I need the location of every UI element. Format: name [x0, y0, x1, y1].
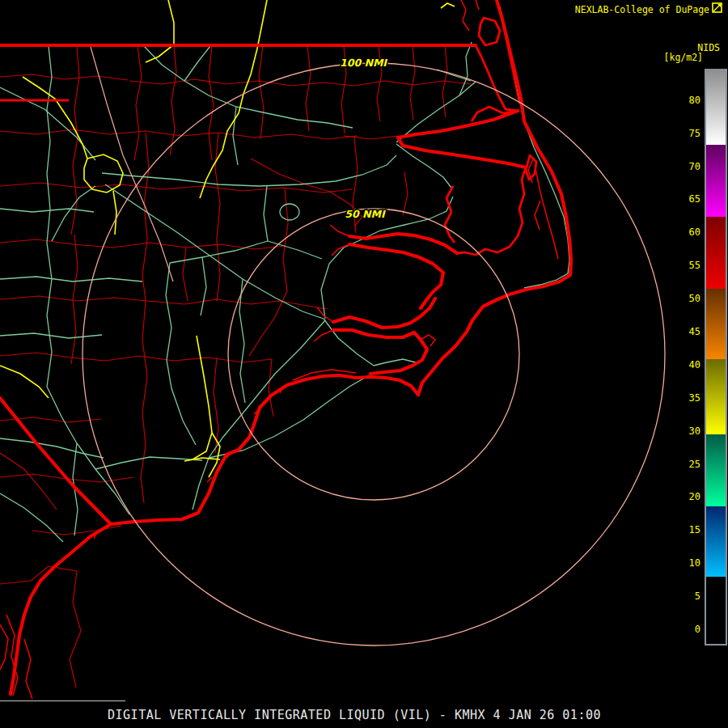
state-borders-and-coastline [0, 0, 571, 694]
roanoke-island [526, 155, 536, 180]
shoreline-detail [0, 0, 558, 699]
range-rings: 100 NMI 50 NMI [83, 57, 665, 645]
pamlico-river-north-shore [349, 234, 457, 253]
nc-sc-border [0, 398, 111, 524]
neuse-river-north-shore [333, 298, 435, 328]
radar-map-canvas[interactable]: 100 NMI 50 NMI [0, 0, 728, 728]
range-ring-100nmi [83, 63, 665, 645]
color-scale-bar [705, 69, 727, 645]
color-scale-tick: 55 [668, 260, 700, 271]
range-ring-label-50nmi: 50 NMI [345, 208, 386, 220]
color-scale-tick: 20 [668, 491, 700, 502]
color-scale-tick: 75 [668, 128, 700, 139]
color-scale-tick: 70 [668, 161, 700, 172]
road-network-yellow [0, 0, 455, 477]
brand-title: NEXLAB-College of DuPage [575, 4, 709, 15]
color-scale-tick: 15 [668, 524, 700, 535]
color-scale-tick: 5 [668, 590, 700, 602]
color-scale-tick: 10 [668, 557, 700, 569]
color-scale-tick: 45 [668, 326, 700, 337]
color-scale-tick: 0 [668, 624, 700, 635]
color-scale-tick: 50 [668, 293, 700, 304]
color-scale-tick: 40 [668, 359, 700, 370]
outer-banks-coastline [418, 0, 571, 395]
pamlico-sound-west-shore [457, 167, 526, 255]
color-scale-tick: 30 [668, 425, 700, 437]
color-scale-tick: 65 [668, 193, 700, 205]
color-scale-tick: 60 [668, 226, 700, 238]
pungo-river [445, 186, 455, 243]
knotts-island [479, 18, 500, 45]
color-scale-tick: 25 [668, 459, 700, 470]
range-ring-50nmi [228, 209, 519, 500]
color-scale-tick: 35 [668, 392, 700, 404]
albemarle-sound-south-shore [398, 138, 526, 167]
albemarle-sound-north-shore [398, 111, 518, 138]
units-label: [kg/m2] [664, 52, 703, 63]
range-ring-label-100nmi: 100 NMI [340, 57, 387, 69]
color-scale-tick: 80 [668, 95, 700, 106]
radar-viewer-screen: 100 NMI 50 NMI NEXLAB-College of DuPage … [0, 0, 728, 728]
color-scale-gradient [706, 70, 726, 644]
southern-coastline [11, 375, 418, 694]
product-title: DIGITAL VERTICALLY INTEGRATED LIQUID (VI… [0, 708, 709, 722]
cod-logo-icon [712, 2, 722, 13]
footer-divider-line [0, 700, 125, 701]
neuse-river-south-shore [333, 330, 427, 374]
pamlico-river-south-shore [349, 244, 443, 308]
